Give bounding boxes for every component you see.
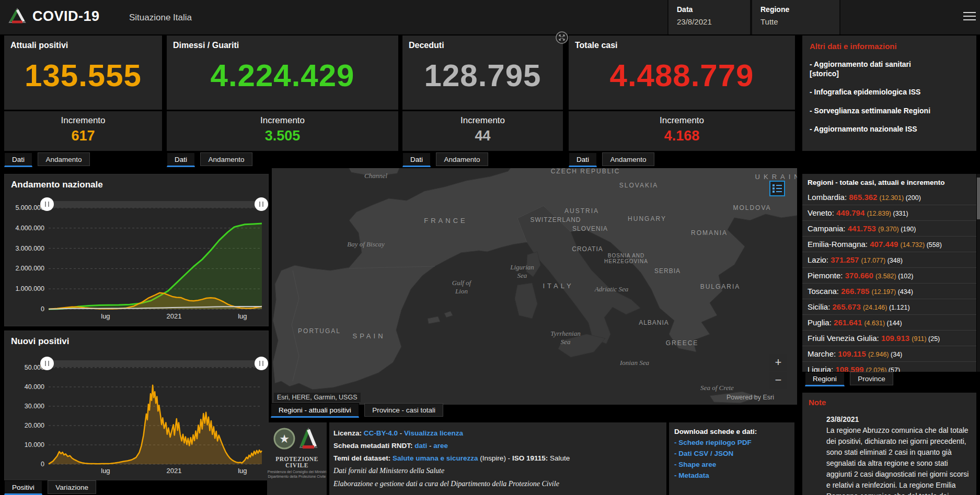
tab-map-regioni[interactable]: Regioni - attuali positivi [271, 403, 359, 418]
tab-dati[interactable]: Dati [569, 152, 597, 167]
card-value: 4.488.779 [575, 57, 789, 93]
svg-text:20.000: 20.000 [25, 422, 44, 429]
region-list-item[interactable]: Friuli Venezia Giulia: 109.913 (911) (25… [802, 331, 976, 346]
tab-variazione[interactable]: Variazione [48, 480, 96, 494]
map-basemap [272, 168, 797, 405]
regions-scrollbar-thumb[interactable] [977, 178, 980, 219]
download-link[interactable]: - Metadata [674, 472, 794, 479]
region-list-item[interactable]: Lazio: 371.257 (17.077) (348) [802, 252, 976, 268]
increment-value: 44 [402, 128, 563, 144]
other-info-link[interactable]: - Sorveglianza settimanale Regioni [810, 106, 969, 115]
stat-card-increment-3: Incremento 4.168 [569, 111, 795, 151]
region-list-item[interactable]: Campania: 441.753 (9.370) (190) [802, 221, 976, 237]
region-list-item[interactable]: Emilia-Romagna: 407.449 (14.732) (558) [802, 237, 976, 252]
svg-text:lug: lug [238, 312, 247, 320]
svg-text:2021: 2021 [166, 467, 181, 475]
europe-map[interactable]: CZECH REPUBLICUKRAINESLOVAKIAAUSTRIAMOLD… [272, 168, 797, 405]
sidebar-tabs: Regioni Province [805, 372, 896, 387]
tab-map-province[interactable]: Province - casi totali [364, 403, 443, 417]
tab-province[interactable]: Province [850, 372, 893, 385]
tab-andamento[interactable]: Andamento [38, 152, 89, 166]
footer-link[interactable]: aree [433, 442, 448, 450]
footer-link[interactable]: Salute umana e sicurezza [393, 454, 478, 462]
tab-positivi[interactable]: Positivi [4, 480, 42, 495]
region-list-item[interactable]: Liguria: 108.599 (2.026) (57) [802, 362, 976, 372]
region-list-item[interactable]: Piemonte: 370.660 (3.582) (102) [802, 268, 976, 284]
positivi-tabs: Positivi Variazione [4, 480, 99, 495]
svg-text:1.000.000: 1.000.000 [15, 285, 44, 292]
header-bar: COVID-19 Situazione Italia Data 23/8/202… [0, 0, 980, 34]
region-list-item[interactable]: Toscana: 266.785 (12.197) (434) [802, 284, 976, 299]
card-label: Attuali positivi [10, 41, 156, 50]
footer-line: Scheda metadati RNDT: dati - aree [333, 442, 666, 450]
andamento-nazionale-panel: Andamento nazionale 5.000.0004.000.0003.… [4, 174, 269, 326]
note-date: 23/8/2021 [826, 414, 974, 425]
expand-icon[interactable] [555, 31, 569, 44]
other-info-link[interactable]: - Aggiornamento nazionale ISS [810, 124, 969, 134]
card-value: 4.224.429 [173, 57, 392, 93]
covid-dashboard: COVID-19 Situazione Italia Data 23/8/202… [0, 0, 980, 495]
increment-label: Incremento [402, 115, 563, 126]
note-panel: Note 23/8/2021 La regione Abruzzo comuni… [802, 393, 976, 495]
region-list-item[interactable]: Puglia: 261.641 (4.631) (144) [802, 315, 976, 331]
footer-download-box: Download schede e dati: - Schede riepilo… [669, 422, 794, 495]
card-value: 128.795 [409, 57, 557, 93]
tab-dati[interactable]: Dati [4, 152, 32, 167]
time-slider-handle-right[interactable] [255, 357, 268, 370]
footer-logo-subtitle: Presidenza del Consiglio dei Ministri Di… [267, 469, 327, 479]
footer-link[interactable]: Visualizza licenza [404, 429, 463, 437]
other-info-panel: Altri dati e informazioni - Aggiornament… [802, 36, 976, 151]
app-subtitle: Situazione Italia [129, 13, 192, 23]
card-tabs-3: Dati Andamento [569, 152, 658, 168]
svg-text:0: 0 [41, 461, 44, 468]
svg-text:lug: lug [101, 312, 110, 320]
note-title: Note [809, 398, 971, 407]
region-list-item[interactable]: Marche: 109.115 (2.946) (34) [802, 346, 976, 362]
stat-card-increment-0: Incremento 617 [4, 111, 162, 151]
time-slider-track[interactable] [47, 201, 262, 208]
zoom-in-button[interactable]: + [769, 354, 787, 371]
time-slider-handle-right[interactable] [255, 197, 268, 211]
other-info-link[interactable]: - Aggiornamento dati sanitari [storico] [810, 60, 969, 78]
tab-andamento[interactable]: Andamento [200, 152, 252, 166]
time-slider-track[interactable] [47, 360, 262, 367]
time-slider-handle-left[interactable] [40, 357, 54, 370]
region-selector[interactable]: Regione Tutte [751, 0, 840, 34]
svg-text:lug: lug [238, 467, 247, 475]
tab-andamento[interactable]: Andamento [436, 152, 488, 166]
legend-icon[interactable] [769, 181, 785, 196]
increment-label: Incremento [4, 115, 162, 126]
map-attribution: Esri, HERE, Garmin, USGS [274, 393, 361, 402]
region-list-item[interactable]: Veneto: 449.794 (12.839) (331) [802, 205, 976, 221]
footer-link[interactable]: dati [414, 442, 427, 450]
region-list-item[interactable]: Lombardia: 865.362 (12.301) (200) [802, 190, 976, 205]
nuovi-positivi-panel: Nuovi positivi 50.00040.00030.00020.0001… [4, 331, 269, 480]
card-value: 135.555 [10, 57, 156, 93]
card-tabs-0: Dati Andamento [4, 152, 93, 168]
footer-link[interactable]: CC-BY-4.0 [364, 429, 398, 437]
download-link[interactable]: - Schede riepilogo PDF [674, 439, 794, 446]
zoom-out-button[interactable]: − [769, 372, 787, 389]
protezione-civile-logo-icon [6, 7, 28, 28]
menu-icon[interactable] [963, 12, 976, 21]
tab-dati[interactable]: Dati [167, 152, 195, 167]
svg-text:★: ★ [279, 432, 290, 445]
note-body: 23/8/2021 La regione Abruzzo comunica ch… [826, 414, 974, 495]
tab-dati[interactable]: Dati [402, 152, 431, 167]
nuovi-positivi-chart: 50.00040.00030.00020.00010.0000lug2021lu… [5, 331, 268, 480]
regions-list-title: Regioni - totale casi, attuali e increme… [802, 174, 976, 186]
tab-andamento[interactable]: Andamento [602, 152, 654, 166]
card-label: Totale casi [575, 41, 789, 50]
download-link[interactable]: - Dati CSV / JSON [674, 450, 794, 457]
andamento-chart: 5.000.0004.000.0003.000.0002.000.0001.00… [5, 174, 268, 326]
svg-text:lug: lug [101, 467, 110, 475]
stat-card-0: Attuali positivi 135.555 [4, 36, 162, 110]
svg-text:3.000.000: 3.000.000 [15, 245, 44, 252]
download-link[interactable]: - Shape aree [674, 461, 794, 468]
date-selector[interactable]: Data 23/8/2021 [667, 0, 751, 34]
tab-regioni[interactable]: Regioni [805, 372, 845, 386]
region-list-item[interactable]: Sicilia: 265.673 (24.146) (1.121) [802, 299, 976, 315]
time-slider-handle-left[interactable] [40, 197, 54, 211]
other-info-link[interactable]: - Infografica epidemiologica ISS [810, 87, 969, 97]
svg-text:10.000: 10.000 [25, 441, 44, 449]
